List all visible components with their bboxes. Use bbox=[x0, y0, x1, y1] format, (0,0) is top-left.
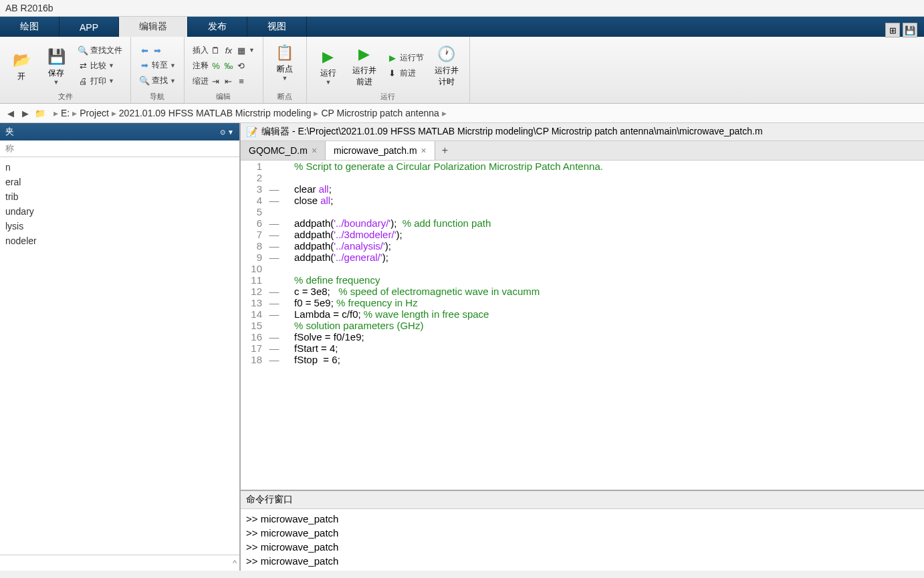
open-button[interactable]: 📂 开 bbox=[5, 47, 37, 85]
find-button[interactable]: 🔍 查找 ▼ bbox=[136, 74, 179, 88]
run-section-button[interactable]: ▶ 运行节 bbox=[384, 51, 427, 65]
line-content: fSolve = f0/1e9; bbox=[281, 331, 924, 343]
comment-icon: % bbox=[211, 60, 221, 71]
line-number: 12 bbox=[241, 286, 267, 297]
quick-access-toolbar: ⊞ 💾 bbox=[885, 23, 917, 37]
line-marker bbox=[267, 263, 281, 274]
line-content: fStop = 6; bbox=[281, 354, 924, 365]
left-bottom: ^ bbox=[0, 555, 239, 571]
path-fwd-icon[interactable]: ▶ bbox=[19, 106, 32, 120]
main-tab-bar: 绘图 APP 编辑器 发布 视图 bbox=[0, 17, 924, 37]
breadcrumb[interactable]: ▸ E: ▸ Project ▸ 2021.01.09 HFSS MATLAB … bbox=[51, 108, 449, 118]
find-files-button[interactable]: 🔍 查找文件 bbox=[75, 43, 125, 58]
code-line[interactable]: 15% solution parameters (GHz) bbox=[241, 320, 924, 331]
line-marker: — bbox=[267, 240, 281, 252]
folder-item[interactable]: nodeler bbox=[0, 233, 239, 248]
tab-publish[interactable]: 发布 bbox=[188, 17, 247, 37]
line-content: fStart = 4; bbox=[281, 343, 924, 354]
qa-layout-icon[interactable]: ⊞ bbox=[885, 23, 900, 37]
folder-item[interactable]: eral bbox=[0, 175, 239, 189]
run-advance-button[interactable]: ▶ 运行并 前进 bbox=[347, 41, 382, 90]
path-bar: ◀ ▶ 📁 ▸ E: ▸ Project ▸ 2021.01.09 HFSS M… bbox=[0, 104, 924, 123]
bc-drive[interactable]: E: bbox=[61, 108, 70, 118]
ribbon-group-run: ▶ 运行 ▼ ▶ 运行并 前进 ▶ 运行节 ⬇ 前进 🕐 运行并 bbox=[307, 37, 470, 103]
save-icon[interactable]: 💾 bbox=[903, 23, 917, 37]
code-line[interactable]: 16—fSolve = f0/1e9; bbox=[241, 331, 924, 343]
line-number: 11 bbox=[241, 274, 267, 286]
code-line[interactable]: 12—c = 3e8; % speed of electromagnetic w… bbox=[241, 286, 924, 297]
compare-button[interactable]: ⇄ 比较 ▼ bbox=[75, 59, 125, 73]
print-button[interactable]: 🖨 打印 ▼ bbox=[75, 74, 125, 88]
chevron-right-icon: ▸ bbox=[314, 108, 318, 118]
code-line[interactable]: 14—Lambda = c/f0; % wave length in free … bbox=[241, 308, 924, 320]
line-marker: — bbox=[267, 217, 281, 229]
line-number: 14 bbox=[241, 308, 267, 320]
insert-button[interactable]: 插入 🗒 fx ▦ ▼ bbox=[190, 43, 257, 58]
chevron-right-icon: ▸ bbox=[442, 108, 447, 118]
tab-plot[interactable]: 绘图 bbox=[0, 17, 60, 37]
save-button[interactable]: 💾 保存 ▼ bbox=[40, 43, 72, 88]
folder-item[interactable]: undary bbox=[0, 204, 239, 219]
path-back-icon[interactable]: ◀ bbox=[4, 106, 17, 120]
code-line[interactable]: 5 bbox=[241, 206, 924, 217]
chevron-right-icon: ▸ bbox=[72, 108, 77, 118]
code-line[interactable]: 6—addpath('../boundary/'); % add functio… bbox=[241, 217, 924, 229]
code-line[interactable]: 1% Script to generate a Circular Polariz… bbox=[241, 161, 924, 172]
cmd-line: >> microwave_patch bbox=[246, 554, 919, 568]
indent-button[interactable]: 缩进 ⇥ ⇤ ≡ bbox=[190, 74, 257, 88]
add-tab-button[interactable]: + bbox=[435, 141, 455, 160]
code-line[interactable]: 2 bbox=[241, 172, 924, 183]
code-line[interactable]: 8—addpath('../analysis/'); bbox=[241, 240, 924, 252]
bc-2[interactable]: 2021.01.09 HFSS MATLAB Micrstrip modelin… bbox=[119, 108, 312, 118]
file-tab[interactable]: GQOMC_D.m× bbox=[241, 141, 326, 160]
line-number: 1 bbox=[241, 161, 267, 172]
tab-app[interactable]: APP bbox=[60, 18, 119, 37]
bc-1[interactable]: Project bbox=[80, 108, 109, 118]
open-label: 开 bbox=[17, 71, 25, 82]
file-tab[interactable]: microwave_patch.m× bbox=[326, 141, 435, 160]
code-line[interactable]: 4—close all; bbox=[241, 195, 924, 206]
cmd-body[interactable]: >> microwave_patch>> microwave_patch>> m… bbox=[241, 509, 924, 571]
open-icon: 📂 bbox=[11, 50, 32, 71]
minimize-panel-icon[interactable]: ⊙ ▼ bbox=[220, 128, 234, 136]
line-marker bbox=[267, 172, 281, 183]
line-number: 17 bbox=[241, 343, 267, 354]
line-content: addpath('../boundary/'); % add function … bbox=[281, 217, 924, 229]
line-content: close all; bbox=[281, 195, 924, 206]
folder-item[interactable]: trib bbox=[0, 189, 239, 204]
cmd-line: >> microwave_patch bbox=[246, 540, 919, 554]
close-icon[interactable]: × bbox=[421, 145, 427, 156]
code-editor[interactable]: 1% Script to generate a Circular Polariz… bbox=[241, 161, 924, 490]
code-line[interactable]: 18—fStop = 6; bbox=[241, 354, 924, 365]
file-tab-label: GQOMC_D.m bbox=[249, 145, 308, 156]
breakpoint-button[interactable]: 📋 断点 ▼ bbox=[269, 39, 301, 92]
chevron-right-icon: ▸ bbox=[53, 108, 58, 118]
chevron-down-icon: ▼ bbox=[108, 62, 114, 69]
close-icon[interactable]: × bbox=[312, 145, 317, 156]
code-line[interactable]: 3—clear all; bbox=[241, 183, 924, 195]
code-line[interactable]: 13—f0 = 5e9; % frequency in Hz bbox=[241, 297, 924, 308]
tab-editor[interactable]: 编辑器 bbox=[119, 17, 188, 37]
folder-item[interactable]: n bbox=[0, 160, 239, 175]
run-button[interactable]: ▶ 运行 ▼ bbox=[312, 43, 344, 88]
line-content: % Script to generate a Circular Polariza… bbox=[281, 161, 924, 172]
tab-view[interactable]: 视图 bbox=[247, 17, 307, 37]
folder-item[interactable]: lysis bbox=[0, 219, 239, 233]
comment-button[interactable]: 注释 % ‰ ⟲ bbox=[190, 59, 257, 73]
bc-3[interactable]: CP Microstrip patch antenna bbox=[321, 108, 439, 118]
nav-back-button[interactable]: ⬅ ➡ bbox=[136, 43, 179, 57]
code-line[interactable]: 17—fStart = 4; bbox=[241, 343, 924, 354]
code-line[interactable]: 9—addpath('../general/'); bbox=[241, 252, 924, 263]
expand-icon[interactable]: ^ bbox=[233, 558, 237, 568]
folder-up-icon[interactable]: 📁 bbox=[33, 106, 47, 120]
advance-button[interactable]: ⬇ 前进 bbox=[384, 66, 427, 80]
code-line[interactable]: 11% define frequency bbox=[241, 274, 924, 286]
advance-icon: ⬇ bbox=[387, 68, 398, 79]
code-line[interactable]: 7—addpath('../3dmodeler/'); bbox=[241, 229, 924, 240]
line-marker: — bbox=[267, 308, 281, 320]
wrap-icon: ⟲ bbox=[236, 60, 247, 71]
run-time-button[interactable]: 🕐 运行并 计时 bbox=[429, 41, 464, 90]
goto-button[interactable]: ➡ 转至 ▼ bbox=[136, 58, 179, 72]
code-line[interactable]: 10 bbox=[241, 263, 924, 274]
goto-icon: ➡ bbox=[139, 60, 150, 71]
